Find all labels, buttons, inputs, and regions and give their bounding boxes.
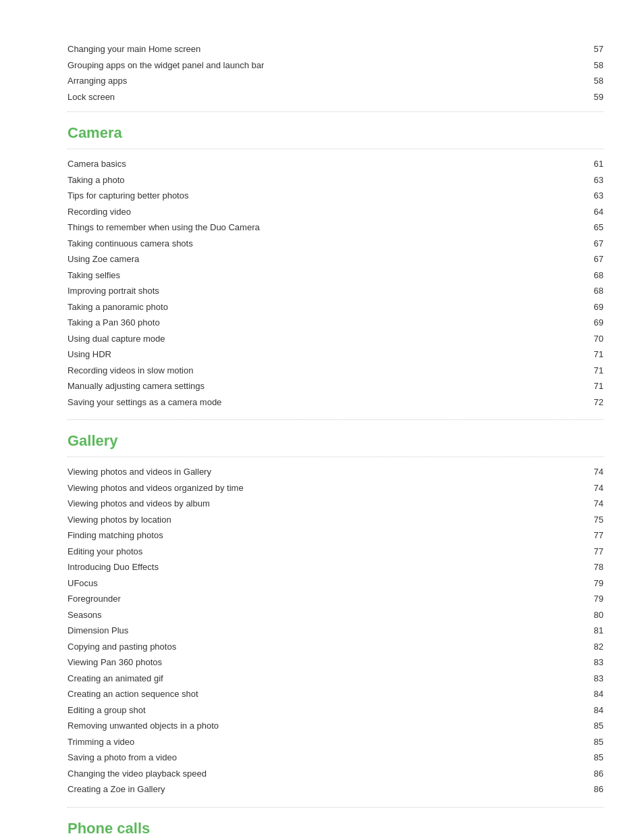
- toc-section-camera: Camera basics61Taking a photo63Tips for …: [68, 156, 603, 410]
- section-divider-gallery: [68, 457, 603, 457]
- toc-entry: Finding matching photos77: [68, 527, 603, 544]
- section-heading-phone-calls: Phone calls: [68, 820, 603, 835]
- entry-page: 64: [583, 205, 603, 219]
- entry-title: Saving your settings as a camera mode: [68, 396, 583, 409]
- entry-title: Taking continuous camera shots: [68, 237, 583, 251]
- entry-title: Recording videos in slow motion: [68, 364, 583, 377]
- entry-title: Viewing photos and videos by album: [68, 497, 583, 511]
- entry-page: 77: [583, 545, 603, 558]
- entry-page: 68: [583, 284, 603, 298]
- entry-title: Lock screen: [68, 90, 583, 104]
- section-heading-gallery: Gallery: [68, 432, 603, 451]
- toc-entry: Grouping apps on the widget panel and la…: [68, 57, 603, 74]
- entry-page: 74: [583, 481, 603, 495]
- toc-entry: Recording video64: [68, 204, 603, 220]
- toc-entry: Introducing Duo Effects78: [68, 559, 603, 575]
- toc-entry: Taking continuous camera shots67: [68, 236, 603, 252]
- entry-page: 57: [583, 43, 603, 56]
- entry-page: 67: [583, 237, 603, 251]
- entry-page: 75: [583, 513, 603, 527]
- entry-title: Viewing Pan 360 photos: [68, 656, 583, 669]
- toc-entry: Using dual capture mode70: [68, 331, 603, 347]
- entry-title: Arranging apps: [68, 74, 583, 88]
- entry-page: 81: [583, 624, 603, 637]
- toc-entry: Changing the video playback speed86: [68, 766, 603, 782]
- entry-title: Using Zoe camera: [68, 253, 583, 266]
- entry-title: Taking selfies: [68, 269, 583, 282]
- toc-entry: Taking a panoramic photo69: [68, 299, 603, 315]
- entry-title: Changing your main Home screen: [68, 43, 583, 56]
- toc-entry: Creating a Zoe in Gallery86: [68, 781, 603, 798]
- entry-page: 58: [583, 74, 603, 88]
- toc-entry: Removing unwanted objects in a photo85: [68, 718, 603, 734]
- entry-page: 79: [583, 577, 603, 590]
- toc-entry: Taking a photo63: [68, 172, 603, 188]
- sections-container: CameraCamera basics61Taking a photo63Tip…: [68, 124, 603, 834]
- toc-entry: UFocus79: [68, 575, 603, 592]
- toc-entry: Using HDR71: [68, 346, 603, 363]
- entry-page: 86: [583, 783, 603, 796]
- entry-page: 83: [583, 672, 603, 685]
- entry-title: Viewing photos and videos in Gallery: [68, 465, 583, 479]
- toc-entry: Things to remember when using the Duo Ca…: [68, 219, 603, 236]
- section-end-divider-gallery: [68, 807, 603, 808]
- entry-title: Taking a Pan 360 photo: [68, 316, 583, 330]
- entry-page: 58: [583, 59, 603, 72]
- entry-title: Changing the video playback speed: [68, 767, 583, 781]
- entry-title: Viewing photos and videos organized by t…: [68, 481, 583, 495]
- toc-entry: Saving your settings as a camera mode72: [68, 394, 603, 411]
- entry-page: 79: [583, 592, 603, 606]
- toc-entry: Creating an animated gif83: [68, 671, 603, 687]
- entry-page: 61: [583, 157, 603, 171]
- entry-page: 69: [583, 301, 603, 314]
- toc-entry: Lock screen59: [68, 89, 603, 105]
- entry-page: 65: [583, 221, 603, 234]
- entry-title: Foregrounder: [68, 592, 583, 606]
- section-end-divider-camera: [68, 419, 603, 420]
- entry-title: Introducing Duo Effects: [68, 561, 583, 574]
- toc-entry: Changing your main Home screen57: [68, 41, 603, 57]
- page-header: [68, 20, 603, 30]
- toc-entry: Saving a photo from a video85: [68, 750, 603, 766]
- entry-title: Dimension Plus: [68, 624, 583, 637]
- entry-title: Editing your photos: [68, 545, 583, 558]
- toc-entry: Viewing photos and videos organized by t…: [68, 480, 603, 496]
- entry-title: Finding matching photos: [68, 529, 583, 542]
- entry-page: 74: [583, 465, 603, 479]
- entry-title: Creating an action sequence shot: [68, 687, 583, 701]
- entry-page: 63: [583, 189, 603, 203]
- entry-title: Viewing photos by location: [68, 513, 583, 527]
- entry-page: 74: [583, 497, 603, 511]
- toc-entry: Viewing photos by location75: [68, 512, 603, 528]
- toc-entry: Taking selfies68: [68, 267, 603, 284]
- toc-entry: Foregrounder79: [68, 591, 603, 607]
- entry-title: UFocus: [68, 577, 583, 590]
- top-section: Changing your main Home screen57Grouping…: [68, 41, 603, 105]
- entry-page: 77: [583, 529, 603, 542]
- toc-entry: Tips for capturing better photos63: [68, 188, 603, 204]
- entry-page: 80: [583, 608, 603, 622]
- entry-page: 84: [583, 687, 603, 701]
- toc-entry: Seasons80: [68, 607, 603, 623]
- entry-title: Recording video: [68, 205, 583, 219]
- toc-entry: Trimming a video85: [68, 734, 603, 750]
- top-divider: [68, 111, 603, 112]
- entry-title: Taking a photo: [68, 174, 583, 187]
- entry-title: Things to remember when using the Duo Ca…: [68, 221, 583, 234]
- entry-page: 67: [583, 253, 603, 266]
- toc-entry: Editing a group shot84: [68, 702, 603, 719]
- entry-title: Trimming a video: [68, 735, 583, 749]
- toc-entry: Manually adjusting camera settings71: [68, 378, 603, 394]
- entry-page: 72: [583, 396, 603, 409]
- entry-page: 68: [583, 269, 603, 282]
- entry-page: 69: [583, 316, 603, 330]
- toc-entry: Dimension Plus81: [68, 623, 603, 639]
- entry-title: Using HDR: [68, 348, 583, 361]
- toc-entry: Creating an action sequence shot84: [68, 686, 603, 702]
- entry-page: 86: [583, 767, 603, 781]
- toc-entry: Taking a Pan 360 photo69: [68, 315, 603, 331]
- entry-page: 85: [583, 735, 603, 749]
- toc-entry: Arranging apps58: [68, 73, 603, 89]
- entry-page: 84: [583, 704, 603, 717]
- entry-page: 85: [583, 719, 603, 733]
